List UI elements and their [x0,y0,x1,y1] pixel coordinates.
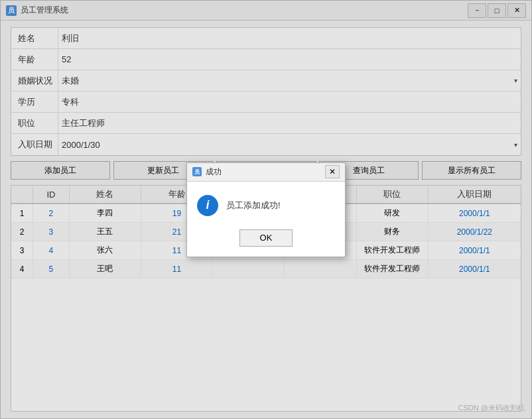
modal-footer: OK [187,226,345,257]
info-icon-letter: i [206,198,209,212]
modal-icon: 员 [192,167,202,176]
modal-overlay: 员 成功 ✕ i 员工添加成功! OK [1,1,531,418]
info-icon: i [197,195,218,216]
modal-title-bar: 员 成功 ✕ [187,163,345,182]
modal-title: 成功 [206,166,325,178]
main-window: 员 员工管理系统 － □ ✕ 姓名 利旧 年龄 52 婚姻状况 [0,0,532,419]
modal-icon-text: 员 [194,168,200,176]
modal-message: 员工添加成功! [226,200,281,211]
success-modal: 员 成功 ✕ i 员工添加成功! OK [186,162,346,257]
modal-ok-button[interactable]: OK [239,229,293,247]
modal-close-button[interactable]: ✕ [325,165,340,178]
modal-body: i 员工添加成功! [187,182,345,226]
